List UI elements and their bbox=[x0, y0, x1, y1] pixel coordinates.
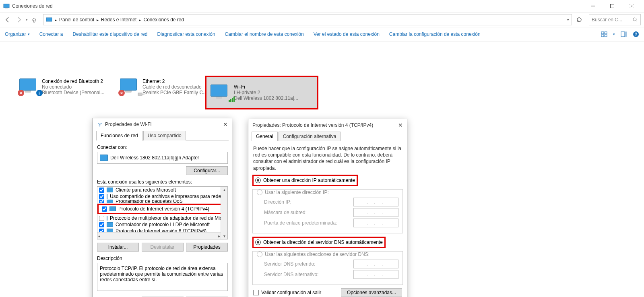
install-button[interactable]: Instalar... bbox=[97, 243, 139, 252]
list-item[interactable]: Protocolo de multiplexor de adaptador de… bbox=[97, 215, 227, 221]
svg-line-8 bbox=[636, 21, 638, 22]
history-dropdown[interactable]: ▾ bbox=[26, 18, 28, 22]
connection-device: Realtek PCIe GBE Family C... bbox=[142, 90, 207, 95]
search-input[interactable]: Buscar en C... bbox=[589, 14, 641, 25]
close-button[interactable] bbox=[625, 0, 638, 12]
checkbox[interactable] bbox=[99, 188, 104, 193]
chevron-right-icon: ▸ bbox=[97, 18, 99, 22]
breadcrumb-item[interactable]: Redes e Internet bbox=[101, 17, 137, 23]
cmd-rename[interactable]: Cambiar el nombre de esta conexión bbox=[225, 31, 304, 37]
elements-label: Esta conexión usa los siguientes element… bbox=[97, 179, 228, 185]
tab-alt-config[interactable]: Configuración alternativa bbox=[279, 132, 341, 141]
connection-bluetooth[interactable]: × ᛒ Conexión de red Bluetooth 2 No conec… bbox=[19, 78, 116, 95]
gateway-label: Puerta de enlace predeterminada: bbox=[264, 220, 353, 226]
chevron-right-icon: ▸ bbox=[139, 18, 141, 22]
configure-button[interactable]: Configurar... bbox=[186, 166, 228, 175]
validate-label: Validar configuración al salir bbox=[261, 290, 321, 295]
dns-pref-input: . . . bbox=[353, 260, 398, 268]
description-label: Descripción bbox=[97, 256, 228, 261]
forward-button[interactable] bbox=[14, 15, 23, 24]
wifi-properties-dialog: Propiedades de Wi-Fi ✕ Funciones de red … bbox=[93, 118, 232, 297]
svg-rect-0 bbox=[4, 4, 9, 8]
chevron-right-icon: ▸ bbox=[55, 18, 57, 22]
app-icon bbox=[3, 3, 10, 9]
view-layout-icon[interactable] bbox=[601, 31, 607, 37]
address-bar[interactable]: ▸ Panel de control ▸ Redes e Internet ▸ … bbox=[43, 14, 572, 25]
component-icon bbox=[109, 206, 116, 211]
command-bar: Organizar ▾ Conectar a Deshabilitar este… bbox=[0, 27, 644, 41]
connection-device: Bluetooth Device (Personal... bbox=[42, 90, 104, 95]
svg-rect-6 bbox=[46, 18, 52, 21]
connection-name: Conexión de red Bluetooth 2 bbox=[42, 78, 104, 84]
svg-point-7 bbox=[633, 18, 636, 21]
connection-device: Dell Wireless 1802 802.11a|... bbox=[234, 95, 298, 101]
checkbox[interactable] bbox=[99, 200, 104, 203]
radio-ip-manual[interactable]: Usar la siguiente dirección IP: bbox=[257, 190, 398, 195]
cmd-settings[interactable]: Cambiar la configuración de esta conexió… bbox=[389, 31, 481, 37]
horizontal-scrollbar[interactable]: ◂▸ bbox=[97, 232, 221, 239]
list-item[interactable]: Programador de paquetes QoS bbox=[97, 200, 227, 203]
tab-general[interactable]: General bbox=[252, 132, 278, 141]
cmd-connect[interactable]: Conectar a bbox=[39, 31, 63, 37]
checkbox[interactable] bbox=[99, 216, 104, 221]
adapter-name: Dell Wireless 1802 802.11a|b|g|n Adapter bbox=[110, 155, 199, 161]
cmd-diagnose[interactable]: Diagnosticar esta conexión bbox=[157, 31, 215, 37]
view-dropdown[interactable]: ▾ bbox=[613, 32, 615, 36]
list-item-tcpipv4[interactable]: Protocolo de Internet versión 4 (TCP/IPv… bbox=[100, 206, 225, 212]
svg-text:?: ? bbox=[635, 32, 638, 37]
wifi-icon bbox=[97, 122, 103, 127]
advanced-button[interactable]: Opciones avanzadas... bbox=[341, 288, 402, 297]
list-item[interactable]: Cliente para redes Microsoft bbox=[97, 187, 227, 193]
address-dropdown[interactable]: ▾ bbox=[567, 18, 569, 22]
list-item[interactable]: Uso compartido de archivos e impresoras … bbox=[97, 193, 227, 200]
checkbox[interactable] bbox=[99, 222, 104, 227]
help-icon[interactable]: ? bbox=[633, 31, 639, 37]
cmd-disable[interactable]: Deshabilitar este dispositivo de red bbox=[72, 31, 147, 37]
breadcrumb-item[interactable]: Conexiones de red bbox=[143, 17, 184, 23]
dialog-titlebar[interactable]: Propiedades: Protocolo de Internet versi… bbox=[248, 119, 407, 131]
vertical-scrollbar[interactable]: ▴▾ bbox=[221, 187, 227, 239]
svg-point-19 bbox=[99, 126, 100, 126]
close-icon[interactable]: ✕ bbox=[223, 121, 228, 128]
component-icon bbox=[107, 188, 113, 192]
refresh-button[interactable] bbox=[576, 16, 582, 23]
preview-pane-icon[interactable] bbox=[621, 31, 627, 37]
highlight-dns-auto: Obtener la dirección del servidor DNS au… bbox=[252, 237, 386, 248]
checkbox[interactable] bbox=[99, 194, 104, 199]
close-icon[interactable]: ✕ bbox=[398, 122, 403, 128]
tab-sharing[interactable]: Uso compartido bbox=[143, 131, 186, 140]
dialog-titlebar[interactable]: Propiedades de Wi-Fi ✕ bbox=[93, 118, 232, 130]
svg-rect-13 bbox=[621, 32, 625, 37]
search-placeholder: Buscar en C... bbox=[592, 17, 622, 23]
minimize-button[interactable] bbox=[587, 0, 599, 12]
up-button[interactable] bbox=[30, 16, 38, 24]
connection-wifi-selected[interactable]: Wi-Fi LH-private 2 Dell Wireless 1802 80… bbox=[205, 76, 318, 109]
list-item[interactable]: Controlador de protocolo LLDP de Microso… bbox=[97, 221, 227, 228]
connect-with-label: Conectar con: bbox=[97, 144, 228, 150]
radio-dns-manual[interactable]: Usar las siguientes direcciones de servi… bbox=[257, 252, 398, 257]
svg-rect-1 bbox=[5, 8, 8, 8]
validate-checkbox[interactable] bbox=[253, 290, 259, 295]
cmd-status[interactable]: Ver el estado de esta conexión bbox=[314, 31, 380, 37]
connection-ethernet[interactable]: × Ethernet 2 Cable de red desconectado R… bbox=[120, 78, 217, 95]
ip-address-label: Dirección IP: bbox=[264, 199, 353, 205]
checkbox[interactable] bbox=[102, 206, 107, 212]
breadcrumb-item[interactable]: Panel de control bbox=[59, 17, 94, 23]
component-icon bbox=[107, 216, 107, 221]
adapter-icon bbox=[100, 155, 108, 161]
svg-rect-11 bbox=[601, 35, 604, 37]
radio-dns-auto[interactable]: Obtener la dirección del servidor DNS au… bbox=[255, 239, 383, 245]
network-elements-list[interactable]: Cliente para redes Microsoft Uso compart… bbox=[97, 186, 228, 239]
gateway-input: . . . bbox=[353, 219, 398, 227]
radio-ip-auto[interactable]: Obtener una dirección IP automáticamente bbox=[255, 177, 355, 183]
dialog-title: Propiedades de Wi-Fi bbox=[105, 122, 151, 127]
subnet-mask-input: . . . bbox=[353, 208, 398, 217]
uninstall-button: Desinstalar bbox=[142, 243, 184, 252]
organize-menu[interactable]: Organizar ▾ bbox=[5, 31, 30, 37]
properties-button[interactable]: Propiedades bbox=[186, 243, 228, 252]
tab-network-functions[interactable]: Funciones de red bbox=[96, 131, 142, 140]
maximize-button[interactable] bbox=[606, 0, 618, 12]
search-icon bbox=[632, 17, 638, 23]
window-title: Conexiones de red bbox=[12, 3, 587, 9]
back-button[interactable] bbox=[3, 15, 12, 24]
